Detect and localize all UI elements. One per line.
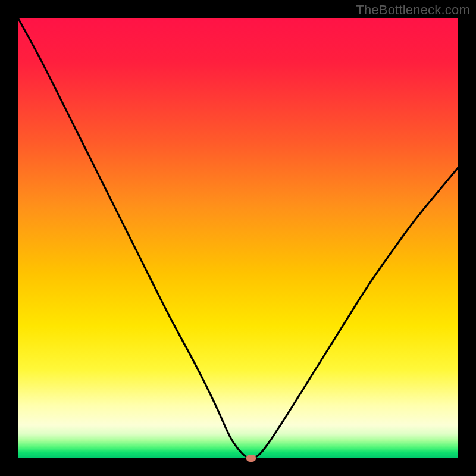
- bottleneck-curve-path: [18, 18, 458, 458]
- chart-frame: TheBottleneck.com: [0, 0, 476, 476]
- curve-layer: [18, 18, 458, 458]
- plot-area: [18, 18, 458, 458]
- optimal-point-marker: [246, 455, 256, 462]
- watermark-text: TheBottleneck.com: [356, 2, 470, 18]
